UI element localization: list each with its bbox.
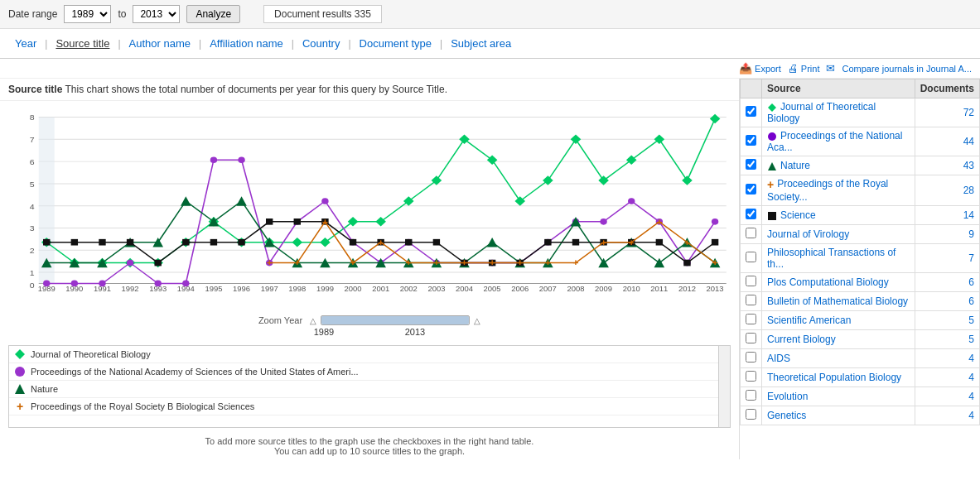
source-name-link[interactable]: Scientific American [767,315,851,326]
source-name-link[interactable]: Evolution [767,391,808,402]
tab-affiliation-name[interactable]: Affiliation name [203,36,290,51]
from-year-select[interactable]: 1989 199019911992 [64,5,111,23]
legend-area: Journal of Theoretical Biology Proceedin… [8,345,731,428]
tab-subject-area[interactable]: Subject area [444,36,518,51]
svg-rect-130 [350,239,356,246]
email-button[interactable]: ✉ [826,62,835,74]
table-row: Scientific American5 [741,311,980,330]
table-row: Theoretical Population Biology4 [741,368,980,387]
source-checkbox[interactable] [746,333,756,343]
zoom-end-year: 2013 [405,327,425,337]
legend-icon-jtb [14,348,26,360]
source-name-link[interactable]: Current Biology [767,334,836,345]
svg-point-76 [238,156,244,163]
tab-document-type[interactable]: Document type [353,36,438,51]
source-name-link[interactable]: Nature [767,160,810,171]
zoom-left-arrow: △ [310,316,316,325]
source-docs-link[interactable]: 14 [963,209,974,221]
svg-text:2001: 2001 [372,285,389,291]
source-checkbox[interactable] [746,135,756,146]
source-checkbox[interactable] [746,159,756,170]
source-docs-link[interactable]: 6 [968,276,974,288]
svg-rect-125 [210,239,217,246]
source-name-link[interactable]: AIDS [767,353,790,364]
source-checkbox[interactable] [746,184,756,194]
source-checkbox[interactable] [746,371,756,382]
source-docs-link[interactable]: 44 [963,136,974,147]
tab-source-title[interactable]: Source title [49,36,116,51]
source-checkbox[interactable] [746,409,756,420]
svg-text:+: + [294,257,300,268]
svg-rect-137 [544,239,551,246]
col-header-checkbox [741,79,762,98]
source-name-link[interactable]: Bulletin of Mathematical Biology [767,295,908,307]
source-checkbox[interactable] [746,252,756,262]
svg-rect-128 [294,218,301,225]
tab-author-name[interactable]: Author name [123,36,197,51]
chart-footer-line1: To add more source titles to the graph u… [3,436,736,446]
col-header-source: Source [762,79,915,98]
source-checkbox[interactable] [746,295,756,305]
source-docs-link[interactable]: 72 [963,107,974,118]
source-docs-link[interactable]: 28 [963,185,974,196]
source-name-link[interactable]: Journal of Virology [767,228,849,240]
svg-marker-161 [15,349,25,359]
svg-text:+: + [629,237,635,247]
analyze-button[interactable]: Analyze [186,5,240,23]
tab-year[interactable]: Year [8,36,43,51]
print-button[interactable]: 🖨 Print [788,62,820,74]
svg-point-166 [768,132,776,141]
svg-text:+: + [684,237,690,247]
source-name-link[interactable]: Genetics [767,410,806,421]
doc-results: Document results 335 [263,5,382,23]
svg-text:2010: 2010 [623,285,640,291]
table-row: Bulletin of Mathematical Biology6 [741,292,980,311]
legend-scrollbar[interactable] [718,346,730,427]
source-checkbox[interactable] [746,106,756,117]
source-name-link[interactable]: +Proceedings of the Royal Society... [767,178,888,203]
source-docs-link[interactable]: 43 [963,160,974,171]
source-name-link[interactable]: Proceedings of the National Aca... [767,130,902,153]
source-name-link[interactable]: Theoretical Population Biology [767,372,901,383]
svg-marker-165 [768,103,776,112]
svg-text:2: 2 [30,247,35,255]
source-docs-link[interactable]: 4 [968,391,974,402]
svg-text:6: 6 [30,157,35,166]
source-docs-link[interactable]: 7 [968,252,974,264]
source-docs-link[interactable]: 4 [968,410,974,421]
source-checkbox[interactable] [746,276,756,286]
compare-journals-link[interactable]: Compare journals in Journal A... [842,64,972,74]
svg-text:2011: 2011 [650,285,668,291]
source-docs-link[interactable]: 6 [968,295,974,307]
toolbar: 📤 Export 🖨 Print ✉ Compare journals in J… [0,59,980,79]
to-year-select[interactable]: 201020112012 2013 [133,5,180,23]
source-docs-link[interactable]: 4 [968,353,974,364]
table-row: Plos Computational Biology6 [741,273,980,292]
content-area: Source title This chart shows the total … [0,79,980,459]
source-checkbox[interactable] [746,390,756,401]
source-name-link[interactable]: Science [767,209,816,221]
zoom-section: Zoom Year △ △ 1989 2013 [0,310,739,340]
source-checkbox[interactable] [746,209,756,219]
source-checkbox[interactable] [746,314,756,324]
source-docs-link[interactable]: 4 [968,372,974,383]
table-row: Nature43 [741,156,980,175]
source-docs-link[interactable]: 5 [968,315,974,326]
zoom-slider[interactable] [321,315,470,325]
source-table: Source Documents Journal of Theoretical … [740,79,980,425]
source-name-link[interactable]: Journal of Theoretical Biology [767,101,876,124]
source-checkbox[interactable] [746,352,756,363]
source-name-link[interactable]: Philosophical Transactions of th... [767,247,896,270]
left-panel: Source title This chart shows the total … [0,79,740,459]
svg-marker-63 [571,135,582,144]
tab-country[interactable]: Country [296,36,347,51]
svg-rect-168 [768,212,776,220]
source-docs-link[interactable]: 9 [968,228,974,240]
source-name-link[interactable]: Plos Computational Biology [767,276,889,288]
svg-point-75 [210,156,217,163]
source-checkbox[interactable] [746,228,756,238]
export-button[interactable]: 📤 Export [739,62,781,74]
table-row: Science14 [741,206,980,225]
source-docs-link[interactable]: 5 [968,334,974,345]
legend-icon-royal: + [14,401,26,412]
